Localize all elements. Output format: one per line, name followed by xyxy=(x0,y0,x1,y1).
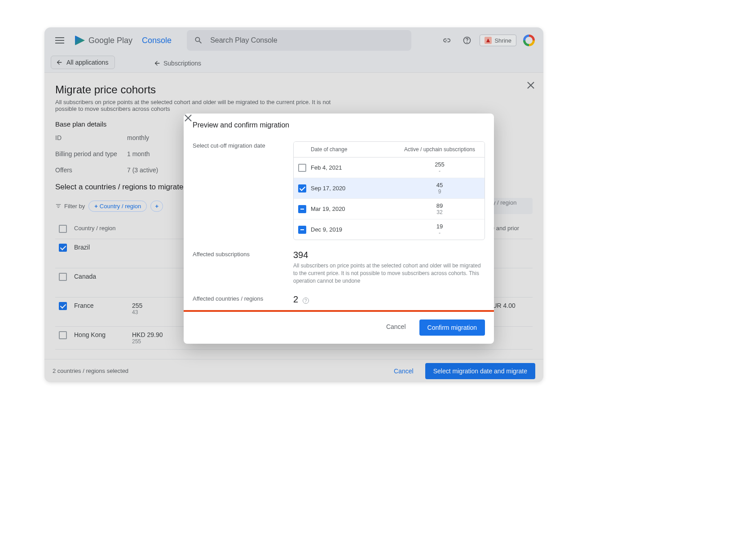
topbar: Google Play Console Search Play Console … xyxy=(44,27,543,53)
brand[interactable]: Google Play Console xyxy=(75,35,172,45)
row-checkbox[interactable] xyxy=(59,273,67,281)
arrow-back-icon xyxy=(56,59,63,66)
preview-modal: Preview and confirm migration Select cut… xyxy=(184,114,494,344)
country-cell: Brazil xyxy=(70,239,128,268)
affected-subs-num: 394 xyxy=(293,250,485,260)
play-icon xyxy=(75,35,85,45)
search-input[interactable]: Search Play Console xyxy=(187,30,411,51)
active-value: 19- xyxy=(395,223,485,236)
affected-regions-num: 2 xyxy=(293,294,298,304)
panel-subtitle: All subscribers on price points at the s… xyxy=(55,99,343,112)
id-label: ID xyxy=(55,134,127,141)
affected-regions-label: Affected countries / regions xyxy=(193,294,289,305)
panel-cancel-button[interactable]: Cancel xyxy=(387,364,421,378)
modal-close-button[interactable] xyxy=(476,121,485,130)
active-value: 459 xyxy=(395,182,485,195)
billing-label: Billing period and type xyxy=(55,150,127,158)
row-checkbox[interactable] xyxy=(59,331,67,339)
link-icon[interactable] xyxy=(438,32,454,48)
filter-icon xyxy=(55,203,62,209)
highlight-optout-box: Opt-in/Opt-out ? Set migration as opt-ou… xyxy=(184,310,494,314)
date-value: Mar 19, 2020 xyxy=(311,206,395,212)
app-chip-label: Shrine xyxy=(494,37,511,44)
panel-title: Migrate price cohorts xyxy=(55,83,533,96)
affected-subs-label: Affected subscriptions xyxy=(193,250,289,284)
row-checkbox[interactable] xyxy=(59,302,67,310)
help-icon[interactable]: ? xyxy=(303,298,309,304)
row-checkbox[interactable] xyxy=(59,244,67,252)
date-value: Sep 17, 2020 xyxy=(311,185,395,192)
all-applications-button[interactable]: All applications xyxy=(51,56,115,69)
country-cell: France xyxy=(70,298,128,327)
google-logo-icon xyxy=(523,35,535,46)
menu-icon xyxy=(55,40,64,41)
date-table-header: Date of change Active / upchain subscrip… xyxy=(294,142,485,158)
filter-chip-add[interactable]: + xyxy=(150,201,163,212)
filter-chip-country[interactable]: +Country / region xyxy=(88,201,147,212)
modal-header: Preview and confirm migration xyxy=(184,114,494,137)
id-value: monthly xyxy=(127,134,149,141)
menu-button[interactable] xyxy=(51,31,69,49)
active-value: 8932 xyxy=(395,202,485,215)
modal-body: Select cut-off migration date Date of ch… xyxy=(184,137,494,314)
offers-value: 7 (3 active) xyxy=(127,166,158,174)
cutoff-label: Select cut-off migration date xyxy=(193,141,289,240)
search-icon xyxy=(194,36,203,45)
subscriptions-label: Subscriptions xyxy=(163,60,201,67)
app-chip[interactable]: Shrine xyxy=(480,35,516,46)
active-value: 255- xyxy=(395,161,485,174)
select-all-checkbox[interactable] xyxy=(59,225,67,233)
country-cell: Canada xyxy=(70,268,128,298)
search-placeholder: Search Play Console xyxy=(210,36,277,44)
date-row[interactable]: Sep 17, 2020 459 xyxy=(294,178,485,199)
affected-subs-desc: All subscribers on price points at the s… xyxy=(293,262,485,284)
svg-point-1 xyxy=(467,42,467,43)
panel-footer: 2 countries / regions selected Cancel Se… xyxy=(44,359,543,382)
date-checkbox[interactable] xyxy=(298,226,306,234)
offers-label: Offers xyxy=(55,166,127,174)
th-active: Active / upchain subscriptions xyxy=(395,146,485,153)
all-apps-label: All applications xyxy=(66,59,108,66)
date-value: Dec 9, 2019 xyxy=(311,226,395,233)
subscriptions-link[interactable]: Subscriptions xyxy=(154,56,203,70)
plus-icon: + xyxy=(94,203,98,210)
modal-footer: Cancel Confirm migration xyxy=(184,314,494,344)
billing-value: 1 month xyxy=(127,150,150,158)
arrow-back-icon xyxy=(154,60,161,67)
filter-by-text: Filter by xyxy=(64,203,85,210)
plus-icon: + xyxy=(155,203,159,210)
date-value: Feb 4, 2021 xyxy=(311,164,395,171)
confirm-migration-button[interactable]: Confirm migration xyxy=(419,319,485,336)
date-row[interactable]: Feb 4, 2021 255- xyxy=(294,158,485,178)
chip-label: Country / region xyxy=(100,203,141,210)
date-checkbox[interactable] xyxy=(298,184,306,192)
th-date: Date of change xyxy=(311,146,395,153)
help-icon[interactable] xyxy=(459,32,475,48)
brand-text-2: Console xyxy=(142,36,172,45)
country-cell: Hong Kong xyxy=(70,327,128,350)
selection-status: 2 countries / regions selected xyxy=(53,368,128,374)
top-icons: Shrine xyxy=(438,32,537,48)
filter-label: Filter by xyxy=(55,203,85,210)
app-chip-icon xyxy=(485,37,492,44)
select-migrate-button[interactable]: Select migration date and migrate xyxy=(425,363,535,379)
brand-text-1: Google Play xyxy=(88,36,132,45)
modal-cancel-button[interactable]: Cancel xyxy=(379,319,413,336)
date-row[interactable]: Dec 9, 2019 19- xyxy=(294,219,485,240)
account-avatar[interactable] xyxy=(521,32,537,48)
date-checkbox[interactable] xyxy=(298,164,306,172)
date-row[interactable]: Mar 19, 2020 8932 xyxy=(294,199,485,219)
date-table: Date of change Active / upchain subscrip… xyxy=(293,141,485,240)
th-country: Country / region xyxy=(70,220,128,239)
date-checkbox[interactable] xyxy=(298,205,306,213)
modal-title: Preview and confirm migration xyxy=(193,121,289,129)
subnav: All applications xyxy=(44,53,543,71)
app-window: Google Play Console Search Play Console … xyxy=(44,27,543,382)
close-panel-button[interactable] xyxy=(526,81,535,90)
